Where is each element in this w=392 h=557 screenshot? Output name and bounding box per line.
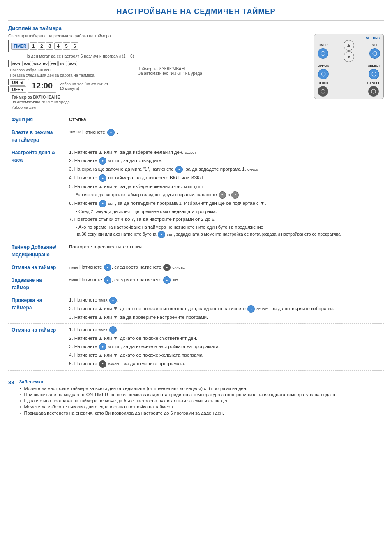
check-step-2: 2. Натиснете или , докато се покаже съот… xyxy=(69,305,380,313)
on-desc: За автоматично "ВКЛ." на уреда xyxy=(12,100,70,104)
notes-item-4: Можете да изберете няколко дни с една и … xyxy=(24,404,337,409)
set-icon-6: ● xyxy=(99,200,106,207)
day-6: 6 xyxy=(71,42,78,50)
step-2: 2. Натиснете ● SELECT , за да потвърдите… xyxy=(69,157,380,165)
bullet-30sec: • Ако по време на настройване на таймера… xyxy=(76,224,380,231)
set-small-6: SET xyxy=(108,202,114,205)
step-1: 1. Натиснете или , за да изберете желани… xyxy=(69,149,380,156)
cancel-button[interactable] xyxy=(368,86,379,97)
func-cell-5: Задаване натаймер xyxy=(8,274,66,294)
check-step-1: 1. Натиснете TIMER ●. xyxy=(69,297,380,304)
timer-icon-6: ● xyxy=(109,297,117,304)
timer-icon-4: ● xyxy=(104,264,111,271)
cancel-step-4: 4. Натиснете или , докато се покаже жела… xyxy=(69,352,380,359)
remote-row1: TIMER SET xyxy=(318,40,380,62)
step-7-sub: на 30 секунди или ако натиснете бутона ●… xyxy=(76,231,380,238)
day-sat: SAT xyxy=(58,61,67,66)
annotation-sled-den: Показва следващия ден за работа на тайме… xyxy=(10,73,134,77)
step-cell-5: TIMER Натиснете ●, след което натиснете … xyxy=(66,274,384,294)
select-icon-6: ● xyxy=(247,305,255,313)
select-icon-2: ● xyxy=(99,157,106,165)
step-timer: TIMER Натиснете ●. xyxy=(69,129,380,136)
timer-remote-label: TIMER xyxy=(318,43,327,47)
offon-button[interactable] xyxy=(318,69,329,79)
timer-small-6: TIMER xyxy=(99,299,108,302)
annotation-izbira-den: Показва избрания ден xyxy=(10,67,134,72)
clock-col: CLOCK xyxy=(318,81,329,97)
svg-point-4 xyxy=(321,89,325,93)
timer-row: TIMER 1 2 3 4 5 6 xyxy=(8,40,134,52)
notes-content: 88 Забележки: Можете да настроите таймер… xyxy=(8,379,384,417)
svg-point-1 xyxy=(373,51,377,56)
step-cell-2: 1. Натиснете или , за да изберете желани… xyxy=(66,146,384,241)
check-step-3: 3. Натиснете или , за да проверите настр… xyxy=(69,314,380,321)
step-5: 5. Натиснете или , за да изберете желани… xyxy=(69,183,380,190)
notes-item-2: При включване на модула от ON TIMER ще с… xyxy=(24,392,337,397)
on-display: ON ◄ xyxy=(10,79,25,86)
day-4: 4 xyxy=(54,42,62,50)
select-label: SELECT xyxy=(368,64,380,67)
annotation-6prog: На ден могат да се настроят 6 различни п… xyxy=(25,54,134,58)
timer-col: TIMER xyxy=(318,43,328,59)
off-display: OFF◄ xyxy=(10,86,26,93)
on-off-display: ON ◄ OFF◄ 12:00 Избор на час (на стъпки … xyxy=(8,79,134,93)
set-label: SET xyxy=(372,43,378,47)
step-cell-6: 1. Натиснете TIMER ●. 2. Натиснете или ,… xyxy=(66,294,384,323)
on-off-annotations: Таймер за ВКЛЮЧВАНЕ За автоматично "ВКЛ.… xyxy=(12,95,134,104)
down-tri-6 xyxy=(114,307,117,310)
timer-small-label: TIMER xyxy=(69,130,81,135)
step-cell-7: 1. Натиснете TIMER ●. 2. Натиснете или ,… xyxy=(66,324,384,371)
col2-header: Стъпка xyxy=(66,114,384,126)
table-row: Таймер Добавяне/Модифициране Повторете г… xyxy=(8,241,384,261)
days-row: MON TUE WEDTHU FRI SAT SUN xyxy=(8,60,134,67)
func-cell-4: Отмяна на таймер xyxy=(8,261,66,274)
set-button[interactable] xyxy=(369,48,380,59)
setting-label: SETTING xyxy=(318,36,380,40)
notes-section: 88 Забележки: Можете да настроите таймер… xyxy=(8,376,384,417)
select-small-6: SELECT xyxy=(256,308,268,311)
set-col: SET xyxy=(369,43,380,59)
annotation-off-block: Таймер за ИЗКЛЮЧВАНЕ За автоматично "ИЗК… xyxy=(138,34,212,109)
set-icon-7: ● xyxy=(158,231,165,238)
annotation-off-label: Таймер за ИЗКЛЮЧВАНЕ xyxy=(138,67,212,71)
func-cell-2: Настройте деня &часа xyxy=(8,146,66,241)
notes-title: Забележки: xyxy=(19,379,337,384)
clock-button[interactable] xyxy=(318,86,328,97)
step-cell-3: Повторете гореописаните стъпки. xyxy=(66,241,384,261)
table-row: Влезте в режимана таймера TIMER Натиснет… xyxy=(8,126,384,146)
down-tri-7 xyxy=(114,337,117,340)
remote-control-diagram: SETTING TIMER xyxy=(314,34,384,99)
notes-item-3: Една и съща програма на таймера не може … xyxy=(24,398,337,403)
timer-button[interactable] xyxy=(318,48,328,59)
timer-small-4: TIMER xyxy=(69,266,78,269)
step-3: 3. На екрана ще започне да мига "1", нат… xyxy=(69,166,380,173)
offon-icon-4: ● xyxy=(99,174,106,182)
down-button[interactable] xyxy=(344,51,354,62)
set-small-7: SET xyxy=(167,233,173,236)
select-icon-3: ● xyxy=(175,166,183,173)
select-button[interactable] xyxy=(369,69,379,79)
left-diagram: Свети при избиране на режима за работа н… xyxy=(8,34,310,109)
up-button[interactable] xyxy=(344,40,354,51)
down-tri-5 xyxy=(114,186,117,188)
day-mon: MON xyxy=(11,61,21,66)
notes-list: Забележки: Можете да настроите таймера з… xyxy=(19,379,337,417)
set-small-5: SET xyxy=(172,279,178,282)
remote-row3: CLOCK CANCEL xyxy=(318,81,380,97)
timer-icon-5: ● xyxy=(104,276,111,284)
quiet-small: QUIET xyxy=(194,186,203,188)
display-section: Дисплей за таймера Свети при избиране на… xyxy=(8,25,384,109)
select-label-step2: SELECT xyxy=(108,160,120,162)
annotation-block1: На ден могат да се настроят 6 различни п… xyxy=(25,54,134,58)
cancel-label: CANCEL xyxy=(367,81,380,85)
cancel-step-1: 1. Натиснете TIMER ●. xyxy=(69,326,380,334)
up-tri-6 xyxy=(99,307,102,310)
mode-small: MODE xyxy=(184,186,193,188)
up-tri-74 xyxy=(99,354,102,357)
select-small-7: SELECT xyxy=(108,346,120,348)
day-sun: SUN xyxy=(68,61,77,66)
display-section-title: Дисплей за таймера xyxy=(8,25,384,31)
annotation-off-desc: За автоматично "ИЗКЛ." на уреда xyxy=(138,71,212,76)
timer-box-label: TIMER xyxy=(11,43,29,50)
timer-display-diagram: Свети при избиране на режима за работа н… xyxy=(8,34,134,109)
